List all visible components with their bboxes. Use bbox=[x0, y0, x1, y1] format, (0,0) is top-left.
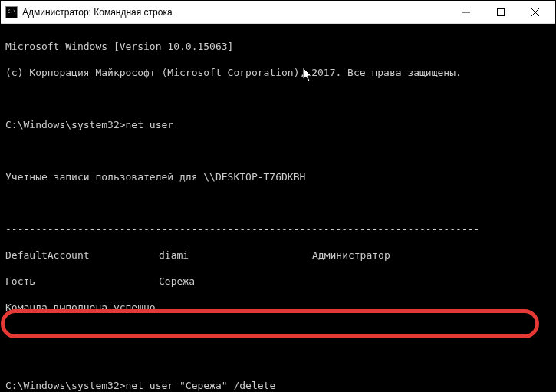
cmd-icon bbox=[5, 6, 18, 18]
version-line: Microsoft Windows [Version 10.0.15063] bbox=[5, 40, 551, 53]
terminal-output[interactable]: Microsoft Windows [Version 10.0.15063] (… bbox=[1, 24, 555, 391]
user-row: ГостьСережа bbox=[5, 275, 551, 288]
user-cell: Сережа bbox=[159, 275, 551, 288]
window-controls bbox=[449, 1, 552, 23]
prompt: C:\Windows\system32> bbox=[5, 379, 126, 391]
blank-line bbox=[5, 92, 551, 105]
user-cell: DefaultAccount bbox=[5, 249, 159, 262]
blank-line bbox=[5, 196, 551, 209]
divider: ----------------------------------------… bbox=[5, 222, 551, 236]
prompt-line-2: C:\Windows\system32>net user "Сережа" /d… bbox=[5, 379, 551, 391]
prompt: C:\Windows\system32> bbox=[5, 118, 126, 131]
svg-rect-1 bbox=[497, 8, 504, 15]
prompt-line-1: C:\Windows\system32>net user bbox=[5, 118, 551, 131]
blank-line bbox=[5, 144, 551, 157]
done-line: Команда выполнена успешно. bbox=[5, 301, 551, 314]
window-title: Администратор: Командная строка bbox=[22, 7, 449, 18]
user-cell: Гость bbox=[5, 275, 159, 288]
user-cell: diami bbox=[159, 249, 312, 262]
minimize-button[interactable] bbox=[449, 1, 483, 23]
user-row: DefaultAccountdiamiАдминистратор bbox=[5, 249, 551, 262]
blank-line bbox=[5, 353, 551, 366]
blank-line bbox=[5, 327, 551, 340]
maximize-button[interactable] bbox=[483, 1, 518, 23]
command-1: net user bbox=[126, 118, 174, 131]
copyright-line: (c) Корпорация Майкрософт (Microsoft Cor… bbox=[5, 66, 551, 79]
user-cell: Администратор bbox=[312, 249, 551, 262]
close-button[interactable] bbox=[518, 1, 552, 23]
accounts-header: Учетные записи пользователей для \\DESKT… bbox=[5, 170, 551, 183]
command-2: net user "Сережа" /delete bbox=[126, 379, 276, 391]
titlebar: Администратор: Командная строка bbox=[1, 1, 555, 24]
